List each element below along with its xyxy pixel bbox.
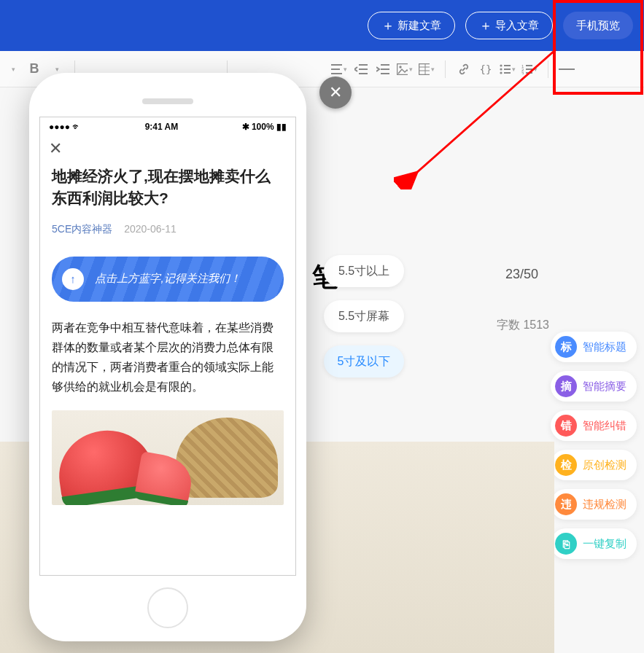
signal-icon: ●●●● ᯤ: [49, 122, 81, 132]
hr-icon: [559, 68, 575, 71]
svg-point-16: [500, 68, 502, 70]
size-tab-large[interactable]: 5.5寸以上: [324, 255, 404, 287]
fab-circle-icon: 摘: [555, 375, 577, 397]
mobile-preview-button[interactable]: 手机预览: [563, 12, 633, 39]
table-icon: [419, 63, 430, 75]
plus-icon: ＋: [479, 19, 492, 32]
status-battery: ✱ 100% ▮▮: [242, 122, 287, 132]
phone-home-button: [147, 587, 188, 628]
title-char-count: 23/50: [505, 267, 538, 282]
fab-label: 原创检测: [583, 458, 626, 472]
outdent-button[interactable]: [353, 61, 369, 77]
phone-preview: ●●●● ᯤ 9:41 AM ✱ 100% ▮▮ ✕ 地摊经济火了,现在摆地摊卖…: [29, 73, 306, 641]
import-article-label: 导入文章: [495, 19, 539, 33]
fab-label: 智能标题: [583, 340, 626, 354]
new-article-label: 新建文章: [397, 19, 441, 33]
word-count: 字数 1513: [497, 318, 549, 333]
article-source: 5CE内容神器: [52, 223, 112, 235]
article-image: [52, 410, 284, 505]
svg-point-15: [500, 64, 502, 66]
article-content: 地摊经济火了,现在摆地摊卖什么东西利润比较大? 5CE内容神器 2020-06-…: [40, 161, 295, 505]
ordered-list-button[interactable]: 123: [521, 61, 538, 77]
fab-label: 智能摘要: [583, 380, 626, 394]
svg-point-17: [500, 71, 502, 74]
unordered-list-button[interactable]: [500, 61, 516, 77]
basket-graphic: [176, 418, 278, 498]
app-header: ＋ 新建文章 ＋ 导入文章 手机预览: [0, 0, 644, 51]
fab-circle-icon: 检: [555, 454, 577, 476]
image-button[interactable]: [397, 61, 413, 77]
arrow-up-icon: ↑: [62, 268, 84, 290]
fab-circle-icon: 错: [555, 415, 577, 437]
table-button[interactable]: [419, 61, 435, 77]
fab-smart-correct[interactable]: 错智能纠错: [551, 410, 637, 441]
phone-status-bar: ●●●● ᯤ 9:41 AM ✱ 100% ▮▮: [40, 117, 295, 136]
fab-circle-icon: ⎘: [555, 533, 577, 555]
phone-screen: ●●●● ᯤ 9:41 AM ✱ 100% ▮▮ ✕ 地摊经济火了,现在摆地摊卖…: [39, 117, 296, 576]
phone-frame: ●●●● ᯤ 9:41 AM ✱ 100% ▮▮ ✕ 地摊经济火了,现在摆地摊卖…: [29, 73, 306, 641]
svg-rect-11: [419, 63, 430, 74]
code-button[interactable]: {}: [478, 61, 494, 77]
assist-fabs: 标智能标题 摘智能摘要 错智能纠错 检原创检测 违违规检测 ⎘一键复制: [551, 332, 637, 559]
indent-button[interactable]: [375, 61, 391, 77]
toolbar-divider: [445, 60, 446, 78]
fab-violation-check[interactable]: 违违规检测: [551, 489, 637, 520]
plus-icon: ＋: [381, 19, 395, 32]
size-tab-small[interactable]: 5寸及以下: [324, 345, 404, 378]
svg-point-10: [399, 66, 401, 68]
fab-label: 违规检测: [583, 498, 626, 512]
font-dropdown[interactable]: [4, 61, 20, 77]
ul-icon: [500, 64, 511, 74]
ol-icon: 123: [521, 64, 532, 74]
fab-copy-all[interactable]: ⎘一键复制: [551, 528, 637, 559]
fab-label: 智能纠错: [583, 419, 626, 433]
article-date: 2020-06-11: [124, 223, 176, 235]
link-button[interactable]: [456, 61, 472, 77]
screen-size-tabs: 5.5寸以上 5.5寸屏幕 5寸及以下: [324, 255, 404, 378]
import-article-button[interactable]: ＋ 导入文章: [465, 12, 553, 39]
fab-circle-icon: 违: [555, 493, 577, 515]
hr-button[interactable]: [559, 61, 575, 77]
indent-icon: [376, 64, 389, 74]
article-title: 地摊经济火了,现在摆地摊卖什么东西利润比较大?: [52, 165, 284, 210]
fab-original-check[interactable]: 检原创检测: [551, 450, 637, 480]
outdent-icon: [354, 64, 368, 74]
close-icon: ✕: [329, 83, 342, 102]
svg-text:3: 3: [521, 71, 524, 74]
new-article-button[interactable]: ＋ 新建文章: [368, 12, 455, 39]
fab-circle-icon: 标: [555, 336, 577, 358]
toolbar-divider: [548, 60, 548, 78]
follow-banner[interactable]: ↑ 点击上方蓝字,记得关注我们！: [52, 257, 284, 302]
size-tab-medium[interactable]: 5.5寸屏幕: [324, 300, 404, 332]
close-preview-button[interactable]: ✕: [319, 77, 352, 109]
article-meta: 5CE内容神器 2020-06-11: [52, 223, 284, 236]
image-icon: [397, 63, 408, 75]
status-time: 9:41 AM: [145, 122, 179, 132]
banner-text: 点击上方蓝字,记得关注我们！: [95, 272, 240, 286]
article-body: 两者在竞争中相互替代意味着，在某些消费群体的数量或者某个层次的消费力总体有限的情…: [52, 318, 284, 397]
align-icon: [331, 64, 342, 74]
fab-smart-title[interactable]: 标智能标题: [551, 332, 637, 362]
fab-label: 一键复制: [583, 537, 626, 551]
article-close-button[interactable]: ✕: [40, 136, 295, 161]
link-icon: [457, 63, 470, 76]
phone-speaker: [142, 98, 193, 104]
mobile-preview-label: 手机预览: [576, 19, 620, 33]
fab-smart-summary[interactable]: 摘智能摘要: [551, 371, 637, 402]
align-dropdown[interactable]: [331, 61, 347, 77]
